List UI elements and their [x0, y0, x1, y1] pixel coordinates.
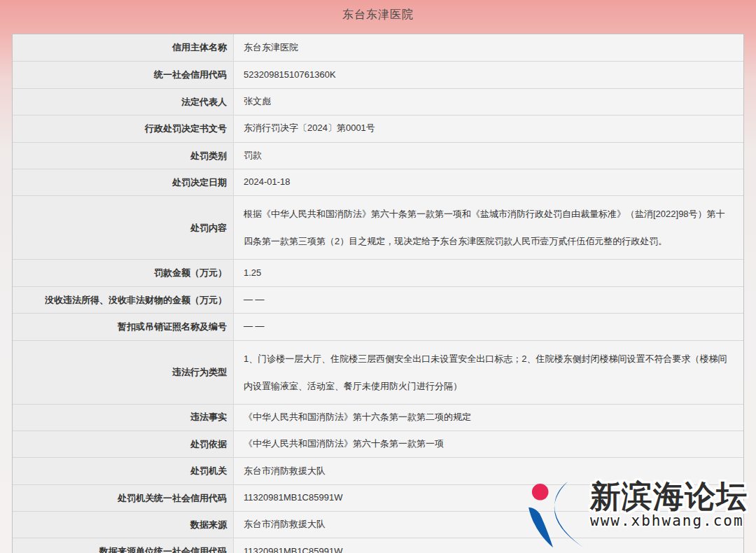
row-label: 法定代表人 — [13, 89, 234, 115]
row-label: 违法事实 — [13, 405, 234, 430]
table-row: 处罚内容 根据《中华人民共和国消防法》第六十条第一款第一项和《盐城市消防行政处罚… — [13, 195, 743, 259]
row-label: 违法行为类型 — [13, 341, 234, 404]
row-label: 处罚依据 — [13, 431, 234, 457]
row-value: 1、门诊楼一层大厅、住院楼三层西侧安全出口未设置安全出口标志；2、住院楼东侧封闭… — [234, 341, 743, 404]
row-label: 没收违法所得、没收非法财物的金额（万元） — [13, 287, 234, 313]
table-row: 没收违法所得、没收非法财物的金额（万元） — — — [13, 286, 743, 313]
row-label: 暂扣或吊销证照名称及编号 — [13, 314, 234, 340]
table-row: 法定代表人 张文彪 — [13, 88, 743, 115]
row-label: 处罚机关统一社会信用代码 — [13, 485, 234, 511]
table-row: 暂扣或吊销证照名称及编号 — — — [13, 313, 743, 340]
site-watermark: 新滨海论坛 www.xbhwang.com — [527, 480, 748, 549]
row-label: 行政处罚决定书文号 — [13, 115, 234, 141]
xbh-logo-text: 新滨海论坛 www.xbhwang.com — [590, 480, 748, 529]
row-label: 数据来源 — [13, 512, 234, 538]
table-row: 行政处罚决定书文号 东消行罚决字〔2024〕第0001号 — [13, 115, 743, 141]
table-row: 违法事实 《中华人民共和国消防法》第十六条第一款第二项的规定 — [13, 404, 743, 430]
site-name: 新滨海论坛 — [590, 480, 748, 512]
table-row: 处罚决定日期 2024-01-18 — [13, 169, 743, 195]
row-label: 数据来源单位统一社会信用代码 — [13, 538, 234, 553]
row-value: 52320981510761360K — [234, 62, 743, 88]
row-value: 根据《中华人民共和国消防法》第六十条第一款第一项和《盐城市消防行政处罚自由裁量标… — [234, 196, 743, 259]
penalty-table: 信用主体名称 东台东津医院 统一社会信用代码 52320981510761360… — [12, 34, 744, 553]
table-row: 违法行为类型 1、门诊楼一层大厅、住院楼三层西侧安全出口未设置安全出口标志；2、… — [13, 340, 743, 404]
row-value: — — — [234, 314, 743, 340]
row-value: 1.25 — [234, 260, 743, 286]
row-value: — — — [234, 287, 743, 313]
row-label: 统一社会信用代码 — [13, 62, 234, 88]
row-value: 《中华人民共和国消防法》第六十条第一款第一项 — [234, 431, 743, 457]
row-value: 张文彪 — [234, 89, 743, 115]
table-row: 处罚依据 《中华人民共和国消防法》第六十条第一款第一项 — [13, 430, 743, 457]
page-title: 东台东津医院 — [0, 8, 756, 22]
row-label: 处罚机关 — [13, 458, 234, 484]
row-label: 信用主体名称 — [13, 34, 234, 61]
row-label: 罚款金额（万元） — [13, 260, 234, 286]
row-label: 处罚决定日期 — [13, 169, 234, 195]
site-url: www.xbhwang.com — [590, 512, 748, 529]
row-value: 东消行罚决字〔2024〕第0001号 — [234, 115, 743, 141]
row-label: 处罚内容 — [13, 196, 234, 259]
row-value: 罚款 — [234, 143, 743, 169]
table-row: 罚款金额（万元） 1.25 — [13, 259, 743, 286]
row-value: 东台东津医院 — [234, 34, 743, 61]
table-row: 统一社会信用代码 52320981510761360K — [13, 61, 743, 88]
table-row: 信用主体名称 东台东津医院 — [13, 34, 743, 61]
row-value: 2024-01-18 — [234, 169, 743, 195]
row-label: 处罚类别 — [13, 143, 234, 169]
table-row: 处罚类别 罚款 — [13, 142, 743, 169]
row-value: 《中华人民共和国消防法》第十六条第一款第二项的规定 — [234, 405, 743, 430]
xbh-logo-icon — [527, 482, 589, 549]
